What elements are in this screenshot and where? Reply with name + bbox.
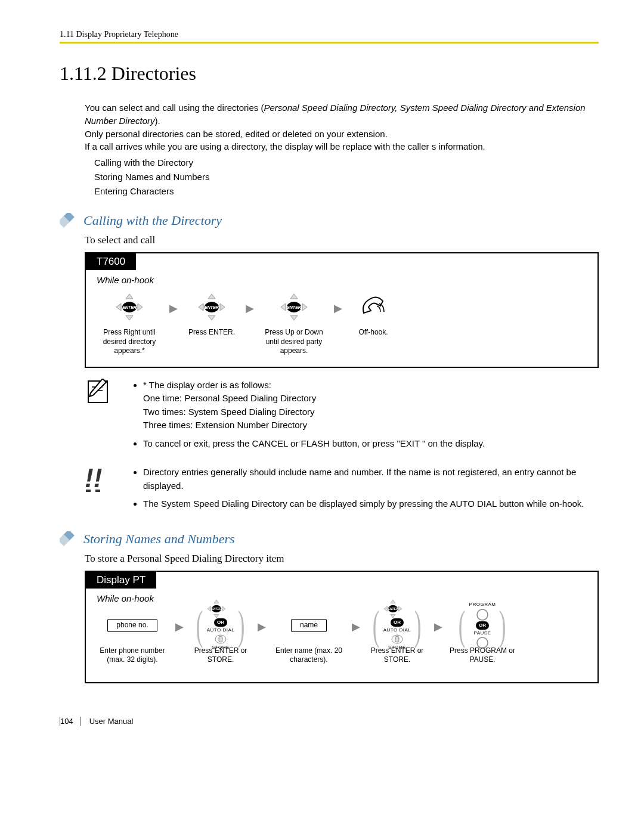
step-item: Press ENTER. — [185, 290, 239, 353]
arrow-icon: ▶ — [256, 620, 267, 633]
page-number: 104 — [60, 717, 81, 726]
store-button-icon — [215, 634, 227, 644]
page-footer: 104 User Manual — [60, 717, 599, 726]
name-box: name — [291, 619, 327, 632]
step-item: Off-hook. — [349, 290, 397, 353]
arrow-icon: ▶ — [168, 302, 179, 315]
step-item: Press Right until desired directory appe… — [97, 290, 162, 356]
notepad-icon — [85, 379, 113, 407]
or-badge: OR — [391, 618, 404, 627]
program-button-icon — [476, 609, 488, 621]
footer-label: User Manual — [89, 717, 134, 726]
page-header: 1.11 Display Proprietary Telephone — [60, 30, 599, 39]
diamond-icon — [60, 531, 78, 547]
arrow-icon: ▶ — [244, 302, 255, 315]
or-badge: OR — [214, 618, 227, 627]
subsection-heading: Storing Names and Numbers — [83, 531, 235, 547]
intro-paragraph: You can select and call using the direct… — [85, 101, 599, 153]
subsection-heading: Calling with the Directory — [83, 213, 222, 228]
step-item: ( PROGRAM OR PAUSE ) Press PROGRAM or PA — [450, 608, 515, 671]
navpad-icon — [199, 294, 225, 320]
procedure-label: To store a Personal Speed Dialing Direct… — [85, 553, 599, 565]
procedure-label: To select and call — [85, 234, 599, 246]
phone-no-box: phone no. — [107, 619, 157, 632]
step-item: Press Up or Down until desired party app… — [261, 290, 327, 356]
model-tab: T7600 — [86, 253, 136, 270]
step-item: name Enter name (max. 20 characters). — [273, 608, 345, 671]
step-item: ( OR AUTO DIAL STORE ) Press ENTER or ST — [367, 608, 427, 671]
header-rule — [60, 42, 599, 44]
model-tab: Display PT — [86, 572, 156, 589]
navpad-icon — [208, 600, 234, 618]
store-button-icon — [391, 634, 403, 644]
section-title: 1.11.2 Directories — [60, 63, 599, 85]
navpad-icon — [116, 294, 143, 320]
list-item: Entering Characters — [94, 184, 599, 199]
arrow-icon: ▶ — [333, 302, 343, 315]
arrow-icon: ▶ — [433, 620, 444, 633]
caution-icon — [85, 466, 113, 494]
note-block: * The display order is as follows: One t… — [134, 379, 599, 456]
offhook-icon — [359, 295, 388, 319]
diamond-icon — [60, 213, 78, 228]
navpad-icon — [384, 600, 410, 618]
state-label: While on-hook — [97, 275, 587, 285]
list-item: Calling with the Directory — [94, 156, 599, 170]
topic-list: Calling with the Directory Storing Names… — [94, 156, 599, 199]
or-badge: OR — [476, 621, 489, 630]
arrow-icon: ▶ — [174, 620, 185, 633]
step-item: ( OR AUTO DIAL STORE ) Press ENTER or ST — [191, 608, 250, 671]
procedure-box: T7600 While on-hook Press Right until de… — [85, 252, 599, 368]
navpad-icon — [281, 294, 307, 320]
procedure-box: Display PT While on-hook phone no. Enter… — [85, 571, 599, 683]
state-label: While on-hook — [97, 593, 587, 603]
note-block: Directory entries generally should inclu… — [134, 466, 599, 516]
arrow-icon: ▶ — [351, 620, 361, 633]
list-item: Storing Names and Numbers — [94, 170, 599, 184]
step-item: phone no. Enter phone number (max. 32 di… — [97, 608, 168, 671]
